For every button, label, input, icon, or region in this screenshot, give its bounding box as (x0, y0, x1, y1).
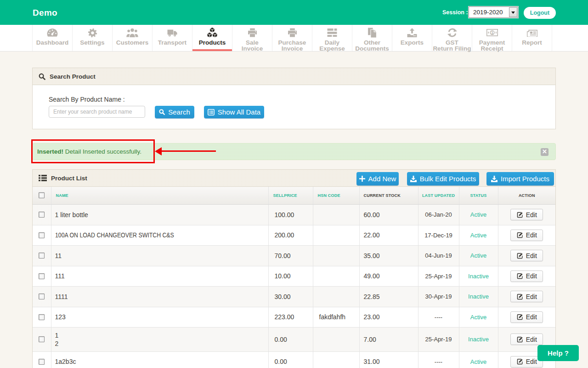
svg-text:1: 1 (491, 30, 493, 35)
